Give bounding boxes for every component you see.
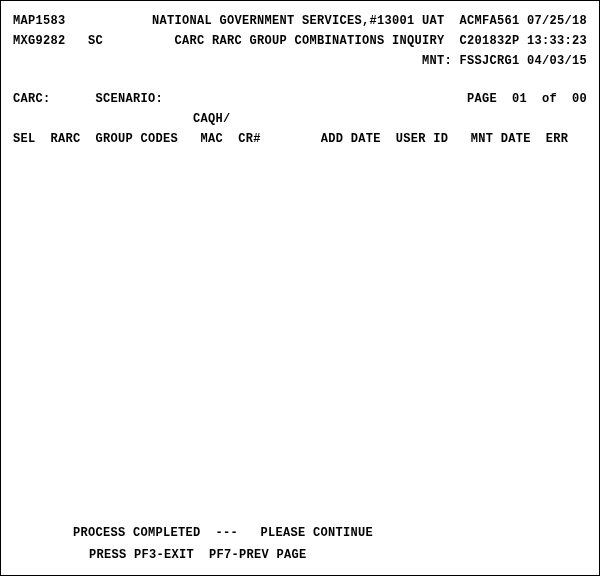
params-line: CARC: SCENARIO: PAGE 01 of 00 (13, 93, 587, 105)
header-line-2: MXG9282 SC CARC RARC GROUP COMBINATIONS … (13, 35, 587, 47)
header-time: 13:33:23 (527, 34, 587, 48)
col-cr: CR# (238, 133, 261, 145)
col-add-date: ADD DATE (321, 133, 381, 145)
region-code: SC (88, 34, 103, 48)
page-of: of (542, 92, 557, 106)
org-title: NATIONAL GOVERNMENT SERVICES,#13001 UAT (152, 14, 445, 28)
mnt-date: 04/03/15 (527, 54, 587, 68)
screen-subtitle: CARC RARC GROUP COMBINATIONS INQUIRY (174, 34, 444, 48)
col-user-id: USER ID (396, 133, 449, 145)
mnt-id: FSSJCRG1 (459, 54, 519, 68)
page-label: PAGE (467, 92, 497, 106)
sys-id: ACMFA561 (459, 14, 519, 28)
cycle-id: C201832P (459, 34, 519, 48)
header-line-1: MAP1583 NATIONAL GOVERNMENT SERVICES,#13… (13, 15, 587, 27)
carc-label: CARC: (13, 93, 51, 105)
status-message: PROCESS COMPLETED --- PLEASE CONTINUE (73, 527, 599, 539)
user-id: MXG9282 (13, 34, 66, 48)
column-headers: SEL RARC GROUP CODES MAC CR# ADD DATE US… (13, 133, 587, 145)
page-current: 01 (512, 92, 527, 106)
mnt-label: MNT: (422, 54, 452, 68)
caqh-label: CAQH/ (193, 113, 231, 125)
header-line-3: MNT: FSSJCRG1 04/03/15 (13, 55, 587, 67)
caqh-line: CAQH/ (13, 113, 587, 125)
footer-area: PROCESS COMPLETED --- PLEASE CONTINUE PR… (1, 527, 599, 561)
scenario-label: SCENARIO: (96, 93, 164, 105)
col-group-codes: GROUP CODES (96, 133, 179, 145)
page-total: 00 (572, 92, 587, 106)
col-mac: MAC (201, 133, 224, 145)
col-sel: SEL (13, 133, 36, 145)
header-date: 07/25/18 (527, 14, 587, 28)
col-err: ERR (546, 133, 569, 145)
function-keys: PRESS PF3-EXIT PF7-PREV PAGE (89, 549, 599, 561)
col-rarc: RARC (51, 133, 81, 145)
col-mnt-date: MNT DATE (471, 133, 531, 145)
map-id: MAP1583 (13, 15, 66, 27)
